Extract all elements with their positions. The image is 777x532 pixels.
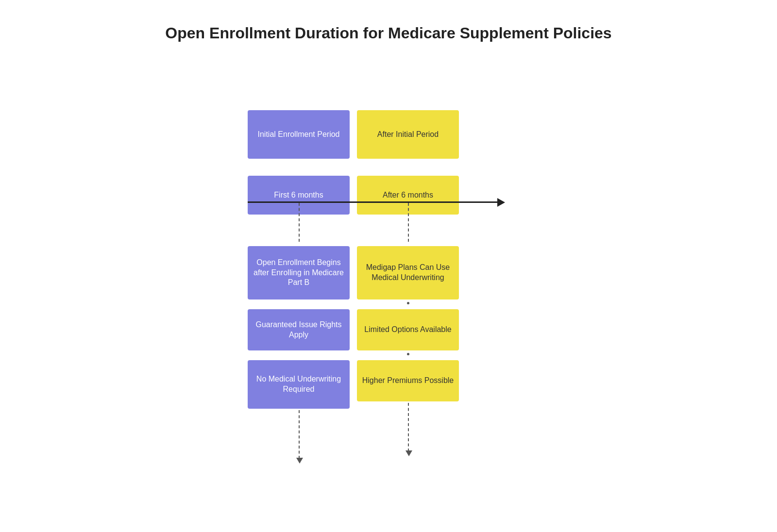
dashed-arrow-right: [408, 403, 409, 451]
box-after-initial: After Initial Period: [357, 110, 459, 159]
dashed-line-left-top: [299, 203, 300, 242]
box-open-enrollment-begins: Open Enrollment Begins after Enrolling i…: [248, 246, 350, 299]
dot-2: [407, 353, 409, 355]
box-higher-premiums: Higher Premiums Possible: [357, 360, 459, 401]
box-limited-options: Limited Options Available: [357, 309, 459, 350]
box-initial-enrollment: Initial Enrollment Period: [248, 110, 350, 159]
dot-1: [407, 302, 409, 304]
box-guaranteed-issue: Guaranteed Issue Rights Apply: [248, 309, 350, 350]
dashed-arrow-left: [299, 410, 300, 459]
box-medigap-underwriting: Medigap Plans Can Use Medical Underwriti…: [357, 246, 459, 299]
box-no-medical-underwriting: No Medical Underwriting Required: [248, 360, 350, 409]
timeline-arrow: [248, 201, 500, 203]
diagram-container: Initial Enrollment Period After Initial …: [219, 62, 558, 499]
dashed-line-right-top: [408, 203, 409, 242]
page-title: Open Enrollment Duration for Medicare Su…: [165, 24, 611, 42]
